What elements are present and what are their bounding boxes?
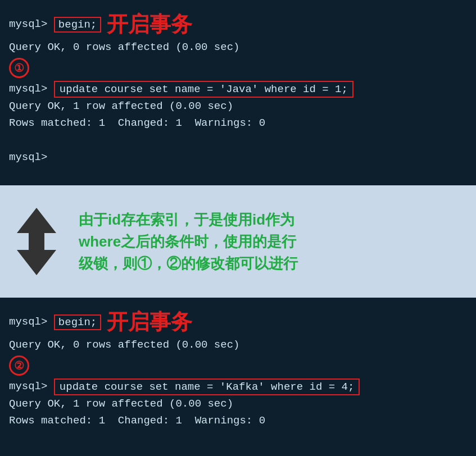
terminal-top: mysql> begin; 开启事务 Query OK, 0 rows affe… [0, 0, 476, 185]
badge-1: ① [9, 58, 29, 78]
top-prompt-2: mysql> [9, 80, 54, 97]
bottom-query-ok-1: Query OK, 0 rows affected (0.00 sec) [9, 336, 467, 353]
bottom-cmd-begin: begin; [54, 314, 101, 330]
bottom-rows-matched: Rows matched: 1 Changed: 1 Warnings: 0 [9, 412, 467, 429]
top-label-kaishi: 开启事务 [107, 10, 192, 39]
badge-2: ② [9, 355, 29, 376]
top-update-cmd: update course set name = 'Java' where id… [54, 81, 353, 98]
arrow-up [17, 208, 56, 233]
bottom-update-cmd: update course set name = 'Kafka' where i… [54, 379, 360, 395]
bottom-query-ok-2: Query OK, 1 row affected (0.00 sec) [9, 395, 467, 412]
bottom-prompt-2: mysql> [9, 378, 54, 395]
top-prompt-3: mysql> [9, 149, 467, 166]
bidirectional-arrow-icon [17, 208, 56, 275]
top-cmd-begin: begin; [54, 17, 101, 33]
terminal-bottom: mysql> begin; 开启事务 Query OK, 0 rows affe… [0, 298, 476, 456]
bottom-prompt-1: mysql> [9, 313, 54, 330]
bottom-label-kaishi: 开启事务 [107, 308, 192, 336]
middle-explanation-text: 由于id存在索引，于是使用id作为 where之后的条件时，使用的是行 级锁，则… [79, 209, 298, 275]
top-rows-matched: Rows matched: 1 Changed: 1 Warnings: 0 [9, 115, 467, 131]
arrow-down [17, 250, 56, 275]
top-blank [9, 132, 467, 149]
middle-section: 由于id存在索引，于是使用id作为 where之后的条件时，使用的是行 级锁，则… [0, 185, 476, 298]
top-prompt-1: mysql> [9, 16, 54, 33]
arrow-shaft [29, 233, 44, 250]
top-query-ok-1: Query OK, 0 rows affected (0.00 sec) [9, 39, 467, 56]
top-query-ok-2: Query OK, 1 row affected (0.00 sec) [9, 98, 467, 115]
